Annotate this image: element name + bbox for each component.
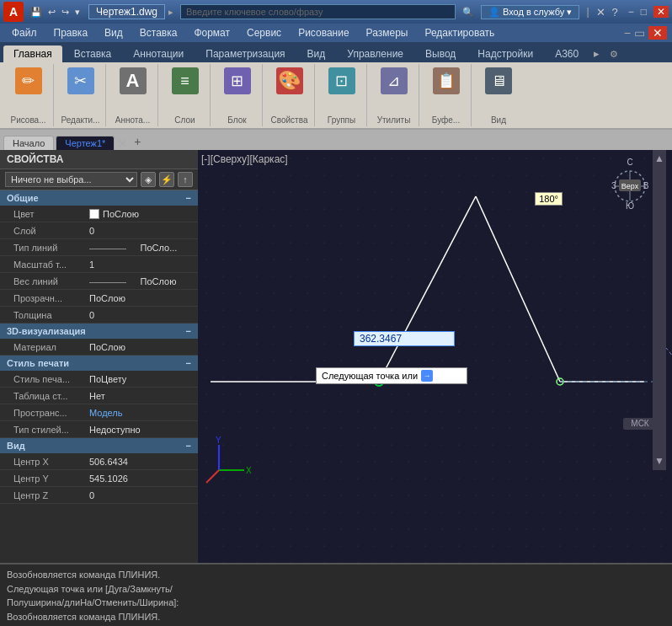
menu-format[interactable]: Формат (187, 25, 237, 40)
menu-view[interactable]: Вид (98, 25, 130, 40)
ribbon-btn-properties[interactable]: 🎨 (273, 66, 307, 96)
win-min[interactable]: − (628, 6, 634, 18)
title-close-btn[interactable]: ✕ (648, 26, 667, 40)
tab-output[interactable]: Вывод (415, 45, 466, 62)
prop-ltscale-value[interactable]: 1 (89, 259, 191, 270)
tab-annotations[interactable]: Аннотации (123, 45, 194, 62)
ribbon-group-layers-label: Слои (174, 115, 195, 125)
prop-color-value[interactable]: ПоСлою (103, 209, 191, 219)
properties-icon: 🎨 (276, 67, 303, 94)
cmd-line-1: Возобновляется команда ПЛИНИЯ. (7, 568, 665, 582)
section-view[interactable]: Вид − (0, 438, 198, 453)
menu-file[interactable]: Файл (5, 25, 44, 40)
groups-icon: ⊡ (328, 67, 355, 94)
edit-icon: ✂ (67, 67, 94, 94)
move-up-btn[interactable]: ↑ (178, 172, 193, 187)
help-icon: ? (612, 6, 618, 19)
ribbon-btn-layers[interactable]: ≡ (168, 66, 202, 96)
object-selector[interactable]: Ничего не выбра... (5, 172, 137, 187)
prop-layer-label: Слой (13, 226, 89, 236)
prop-printtable-value[interactable]: Нет (89, 391, 191, 401)
qa-undo[interactable]: ↩ (46, 7, 57, 18)
add-tab-btn[interactable]: + (129, 133, 146, 150)
section-3d[interactable]: 3D-визуализация − (0, 324, 198, 339)
qa-redo[interactable]: ↪ (60, 7, 71, 18)
win-close[interactable]: ✕ (653, 6, 669, 18)
win-max[interactable]: □ (641, 6, 647, 18)
prop-centery-value[interactable]: 545.1026 (89, 474, 191, 484)
menu-service[interactable]: Сервис (240, 25, 288, 40)
ribbon-btn-edit[interactable]: ✂ (64, 66, 98, 96)
tabs-more[interactable]: ▸ (590, 45, 603, 62)
distance-badge: 362.3467 (354, 331, 455, 346)
ribbon-group-edit: ✂ Редакти... (56, 64, 106, 126)
tab-start[interactable]: Начало (3, 136, 54, 150)
qa-dropdown[interactable]: ▾ (73, 7, 82, 18)
menu-dimensions[interactable]: Размеры (360, 25, 415, 40)
tab-view[interactable]: Вид (297, 45, 336, 62)
menu-insert[interactable]: Вставка (133, 25, 184, 40)
menu-edit[interactable]: Правка (47, 25, 95, 40)
properties-title: СВОЙСТВА (0, 150, 198, 169)
title-min-btn[interactable]: − (624, 26, 631, 40)
prop-lineweight: Вес линий ———— ПоСлою (0, 273, 198, 290)
x-icon: ✕ (596, 6, 605, 19)
drawing-canvas[interactable]: 362.3467 Следующая точка или → X Y МСК (198, 150, 672, 563)
canvas-area[interactable]: [-][Сверху][Каркас] С В Ю З Верх 180° (198, 150, 672, 563)
filename-tab[interactable]: Чертеж1.dwg (88, 4, 165, 19)
tab-insert[interactable]: Вставка (64, 45, 122, 62)
prop-centerx-label: Центр X (13, 457, 89, 467)
svg-text:Y: Y (216, 436, 221, 445)
tab-a360[interactable]: А360 (545, 45, 589, 62)
qa-save[interactable]: 💾 (29, 7, 44, 18)
input-tooltip[interactable]: Следующая точка или → (316, 367, 467, 384)
section-print[interactable]: Стиль печати − (0, 356, 198, 371)
signin-button[interactable]: 👤 Вход в службу ▾ (481, 5, 579, 19)
ribbon-group-edit-label: Редакти... (61, 115, 100, 125)
menu-modify[interactable]: Редактировать (418, 25, 501, 40)
menu-draw[interactable]: Рисование (291, 25, 355, 40)
tabs-settings[interactable]: ⚙ (606, 46, 621, 62)
prop-material-value[interactable]: ПоСлою (89, 342, 191, 352)
search-bar[interactable]: Введите ключевое слово/фразу (180, 4, 456, 19)
ribbon-group-draw: ✏ Рисова... (3, 64, 54, 126)
ribbon-btn-clipboard[interactable]: 📋 (429, 66, 463, 96)
tab-plugins[interactable]: Надстройки (467, 45, 543, 62)
person-icon: 👤 (488, 7, 500, 18)
prop-layer-value[interactable]: 0 (89, 226, 191, 236)
ribbon-group-layers: ≡ Слои (160, 64, 211, 126)
prop-thickness-value[interactable]: 0 (89, 310, 191, 320)
section-3d-collapse: − (186, 326, 191, 336)
ribbon-btn-block[interactable]: ⊞ (221, 66, 254, 96)
quick-select-btn[interactable]: ⚡ (159, 172, 174, 187)
tab-home[interactable]: Главная (3, 45, 62, 62)
close-tab-icon[interactable]: ✕ (118, 137, 127, 150)
prop-centery: Центр Y 545.1026 (0, 470, 198, 487)
title-bar: A 💾 ↩ ↪ ▾ Чертеж1.dwg ▸ Введите ключевое… (0, 0, 672, 24)
select-all-btn[interactable]: ◈ (141, 172, 156, 187)
tab-manage[interactable]: Управление (337, 45, 413, 62)
svg-rect-11 (198, 150, 672, 563)
svg-text:▲: ▲ (654, 152, 664, 164)
ribbon-btn-annotate[interactable]: A (116, 66, 150, 96)
prop-plotspace-value[interactable]: Модель (89, 408, 191, 418)
title-restore-btn[interactable]: ▭ (634, 26, 645, 40)
ribbon-btn-draw[interactable]: ✏ (12, 66, 45, 96)
ribbon-btn-groups[interactable]: ⊡ (325, 66, 359, 96)
title-arrow: ▸ (168, 7, 173, 18)
tab-drawing1[interactable]: Чертеж1* (56, 136, 115, 150)
section-general[interactable]: Общие − (0, 190, 198, 206)
ribbon-btn-viewpanel[interactable]: 🖥 (482, 66, 515, 96)
tab-parametrize[interactable]: Параметризация (195, 45, 295, 62)
prop-lineweight-value[interactable]: ПоСлою (141, 276, 192, 286)
prop-centerx-value[interactable]: 506.6434 (89, 457, 191, 467)
prop-printstyle-value[interactable]: ПоЦвету (89, 374, 191, 384)
ribbon-btn-utilities[interactable]: ⊿ (377, 66, 411, 96)
prop-transparency-value[interactable]: ПоСлою (89, 293, 191, 303)
prop-centerz-value[interactable]: 0 (89, 490, 191, 500)
tooltip-text: Следующая точка или (322, 371, 418, 381)
svg-text:Верх: Верх (621, 182, 639, 190)
command-area: Возобновляется команда ПЛИНИЯ. Следующая… (0, 563, 672, 626)
prop-styletype-value[interactable]: Недоступно (89, 425, 191, 435)
prop-linetype-value[interactable]: ПоСло... (141, 243, 192, 253)
